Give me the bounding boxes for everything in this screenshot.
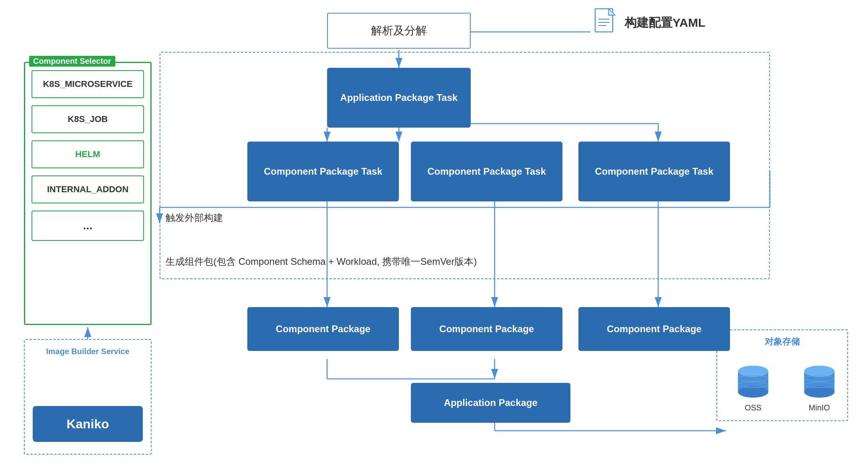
image-builder-label: Image Builder Service: [25, 347, 151, 356]
yaml-file-icon: [594, 8, 618, 38]
app-package-task-box: Application Package Task: [327, 68, 471, 128]
component-package-task-2: Component Package Task: [411, 142, 562, 201]
component-selector-label: Component Selector: [29, 56, 115, 67]
component-selector-box: Component Selector K8S_MICROSERVICE K8S_…: [24, 62, 152, 325]
oss-icon: [737, 364, 769, 400]
component-package-task-3: Component Package Task: [578, 142, 730, 201]
kaniko-label: Kaniko: [67, 417, 109, 432]
component-package-1-label: Component Package: [276, 323, 370, 335]
svg-point-24: [738, 366, 768, 377]
svg-point-23: [738, 386, 768, 398]
yaml-section: 构建配置YAML: [594, 8, 705, 38]
generate-label: 生成组件包(包含 Component Schema + Workload, 携带…: [166, 255, 477, 268]
minio-icon: [803, 364, 835, 400]
diagram-container: Component Selector K8S_MICROSERVICE K8S_…: [0, 0, 868, 473]
component-package-1: Component Package: [247, 307, 399, 351]
object-storage-box: 对象存储 OSS MinIO: [716, 329, 848, 421]
application-package-label: Application Package: [444, 396, 538, 409]
svg-point-29: [804, 386, 834, 398]
component-package-2-label: Component Package: [439, 323, 534, 335]
selector-item-helm: HELM: [32, 140, 144, 168]
component-package-task-1-label: Component Package Task: [264, 165, 383, 177]
component-package-3: Component Package: [578, 307, 730, 351]
selector-item-k8s-microservice: K8S_MICROSERVICE: [32, 70, 144, 98]
parse-box-label: 解析及分解: [371, 23, 427, 38]
image-builder-box: Image Builder Service Kaniko: [24, 339, 152, 455]
yaml-label: 构建配置YAML: [625, 15, 705, 31]
component-package-task-1: Component Package Task: [247, 142, 399, 201]
parse-box: 解析及分解: [327, 13, 471, 49]
object-storage-label: 对象存储: [717, 336, 847, 348]
oss-label: OSS: [737, 403, 769, 412]
application-package-box: Application Package: [411, 383, 570, 423]
selector-item-internal-addon: INTERNAL_ADDON: [32, 175, 144, 203]
trigger-label: 触发外部构建: [166, 211, 223, 224]
component-package-task-3-label: Component Package Task: [595, 165, 714, 177]
component-package-task-2-label: Component Package Task: [428, 165, 546, 177]
svg-point-30: [804, 366, 834, 377]
app-package-task-label: Application Package Task: [340, 91, 458, 104]
minio-label: MinIO: [803, 403, 835, 412]
component-package-3-label: Component Package: [607, 323, 701, 335]
selector-item-dots: ...: [32, 211, 144, 241]
component-package-2: Component Package: [411, 307, 562, 351]
selector-item-k8s-job: K8S_JOB: [32, 105, 144, 133]
kaniko-box: Kaniko: [33, 406, 143, 442]
